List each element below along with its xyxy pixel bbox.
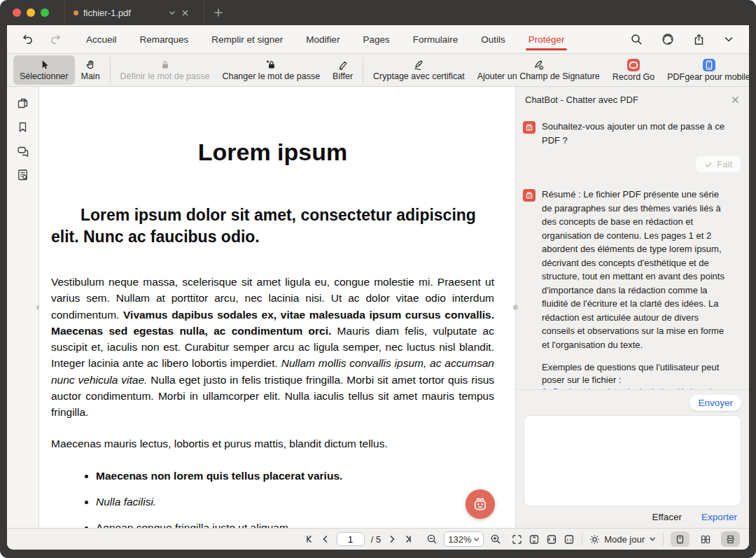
chevron-down-icon: [473, 536, 479, 543]
annotations-list-button[interactable]: [12, 165, 34, 185]
bookmarks-button[interactable]: [12, 117, 34, 137]
tab-chevron-down-icon[interactable]: [168, 8, 176, 17]
cursor-icon: [38, 59, 50, 71]
main-area: Lorem ipsum Lorem ipsum dolor sit amet, …: [7, 87, 749, 528]
export-button[interactable]: Exporter: [701, 512, 737, 522]
share-button[interactable]: [692, 33, 706, 46]
record-go-button[interactable]: Record Go: [606, 55, 661, 85]
done-button[interactable]: Fait: [696, 156, 741, 172]
chatbot-title: ChatBot - Chatter avec PDF: [525, 95, 638, 105]
send-button[interactable]: Envoyer: [690, 395, 741, 411]
mobile-phone-icon: [703, 59, 715, 71]
minimize-window-button[interactable]: [27, 8, 35, 17]
chatbot-messages[interactable]: Souhaitez-vous ajouter un mot de passe à…: [516, 113, 749, 390]
first-page-button[interactable]: [304, 534, 314, 544]
collapse-toolbar-button[interactable]: [723, 34, 734, 45]
fullscreen-button[interactable]: [512, 534, 522, 545]
search-button[interactable]: [630, 33, 643, 46]
chevron-down-icon: [649, 536, 656, 543]
chat-message-text: Souhaitez-vous ajouter un mot de passe à…: [542, 120, 728, 147]
clear-button[interactable]: Effacer: [652, 512, 682, 522]
zoom-window-button[interactable]: [41, 8, 49, 17]
signature-pen-icon: [412, 59, 426, 71]
tab-proteger[interactable]: Protéger: [528, 25, 565, 53]
marker-icon: [337, 59, 349, 71]
doc-bullet-list: Maecenas non lorem quis tellus placerat …: [51, 468, 494, 528]
zoom-out-button[interactable]: [426, 533, 438, 545]
comments-button[interactable]: [12, 141, 34, 161]
zoom-level-value: 132%: [448, 534, 471, 545]
panel-resize-divider[interactable]: [515, 87, 516, 528]
change-password-button[interactable]: Changer le mot de passe: [216, 55, 326, 85]
add-signature-field-button[interactable]: Ajouter un Champ de Signature: [471, 55, 606, 85]
toolbar-divider: [110, 57, 111, 83]
statusbar: / 5 132%: [7, 528, 749, 550]
two-page-view-button[interactable]: [696, 531, 715, 547]
page-number-input[interactable]: [337, 532, 365, 546]
tab-remarques[interactable]: Remarques: [140, 25, 189, 53]
signature-field-icon: [532, 59, 545, 71]
tab-accueil[interactable]: Accueil: [86, 25, 117, 53]
chatbot-panel: ChatBot - Chatter avec PDF Souhaitez-vou…: [516, 87, 749, 528]
single-page-view-button[interactable]: [671, 531, 690, 547]
pdfgear-mobile-button[interactable]: PDFgear pour mobile: [661, 55, 749, 85]
chat-message: Souhaitez-vous ajouter un mot de passe à…: [516, 113, 749, 147]
fit-width-button[interactable]: [546, 534, 557, 545]
tab-formulaire[interactable]: Formulaire: [413, 25, 458, 53]
certificate-encrypt-button[interactable]: Cryptage avec certificat: [367, 55, 471, 85]
unsaved-indicator-icon: [74, 11, 78, 15]
app-window: fichier-1.pdf Accueil Remarques Rempl: [0, 0, 756, 558]
page-thumbnails-button[interactable]: [12, 93, 34, 113]
day-mode-label: Mode jour: [604, 534, 645, 545]
previous-page-button[interactable]: [321, 534, 330, 544]
tab-pages[interactable]: Pages: [363, 25, 389, 53]
tab-outils[interactable]: Outils: [481, 25, 505, 53]
chatbot-close-button[interactable]: [731, 95, 740, 104]
doc-subheading: Lorem ipsum dolor sit amet, consectetur …: [51, 204, 494, 248]
tab-close-icon[interactable]: [181, 9, 189, 17]
ribbon-tabs: Accueil Remarques Remplir et signer Modi…: [86, 25, 564, 53]
zoom-level-select[interactable]: 132%: [444, 531, 484, 547]
divider-handle[interactable]: [513, 305, 518, 310]
chatbot-footer: Effacer Exporter: [516, 506, 749, 528]
new-tab-button[interactable]: [213, 7, 224, 18]
tab-modifier[interactable]: Modifier: [306, 25, 340, 53]
lock-x-icon: [265, 59, 277, 71]
fit-height-button[interactable]: [528, 534, 540, 545]
redact-button[interactable]: Biffer: [326, 55, 359, 85]
statusbar-divider: [663, 533, 664, 545]
chat-message: Résumé : Le fichier PDF présente une sér…: [516, 181, 749, 390]
undo-button[interactable]: [22, 33, 34, 46]
document-view[interactable]: Lorem ipsum Lorem ipsum dolor sit amet, …: [39, 87, 515, 528]
window-titlebar: fichier-1.pdf: [0, 0, 756, 25]
continuous-scroll-view-button[interactable]: [721, 531, 740, 547]
set-password-button[interactable]: Définir le mot de passe: [114, 55, 216, 85]
toolbar-divider: [363, 57, 363, 83]
chatbot-fab-button[interactable]: [465, 489, 495, 519]
statusbar-divider: [582, 533, 582, 545]
hand-tool-button[interactable]: Main: [75, 55, 106, 85]
pages-icon: [16, 97, 29, 110]
zoom-in-button[interactable]: [490, 533, 501, 545]
chat-message-text: Résumé : Le fichier PDF présente une sér…: [542, 188, 728, 390]
select-tool-button[interactable]: Sélectionner: [13, 55, 75, 85]
document-tab[interactable]: fichier-1.pdf: [64, 0, 204, 25]
pdf-page: Lorem ipsum Lorem ipsum dolor sit amet, …: [39, 139, 515, 528]
day-mode-select[interactable]: Mode jour: [589, 534, 656, 545]
chat-input[interactable]: [524, 415, 741, 506]
tab-remplir-et-signer[interactable]: Remplir et signer: [211, 25, 283, 53]
check-icon: [704, 160, 713, 169]
left-sidebar: [7, 87, 38, 528]
redo-button[interactable]: [49, 33, 62, 46]
actual-size-button[interactable]: 1:1: [564, 534, 575, 545]
send-row: Envoyer: [516, 390, 749, 415]
robot-avatar-icon: [523, 189, 536, 202]
chat-bubbles-icon: [16, 144, 30, 158]
last-page-button[interactable]: [403, 534, 413, 544]
next-page-button[interactable]: [387, 534, 397, 544]
close-window-button[interactable]: [13, 8, 21, 17]
sun-icon: [589, 534, 600, 545]
hand-icon: [84, 59, 97, 71]
doc-paragraph-2: Maecenas mauris lectus, lobortis et puru…: [51, 435, 494, 452]
support-button[interactable]: [661, 32, 675, 46]
